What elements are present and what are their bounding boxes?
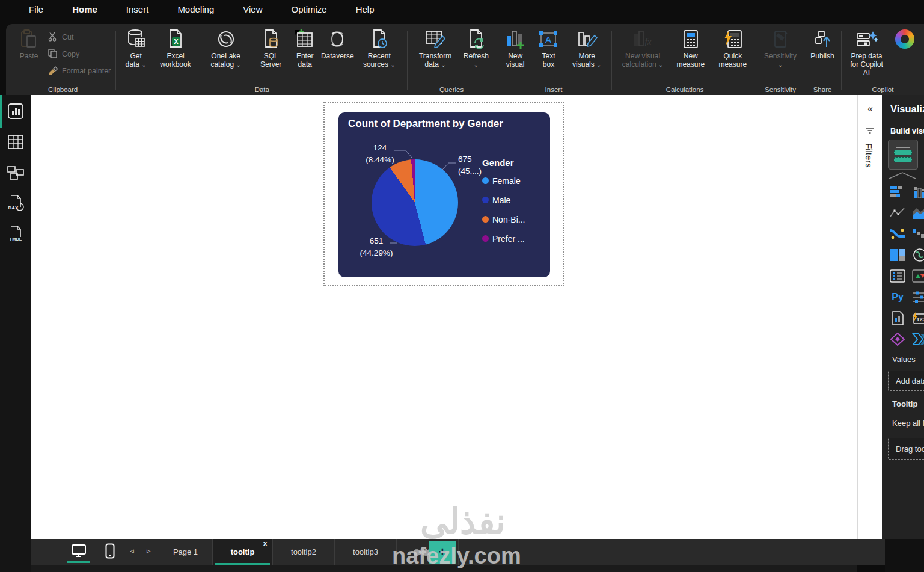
sidebar-model-view[interactable] xyxy=(7,165,25,183)
menu-file[interactable]: File xyxy=(14,0,58,18)
more-visuals-button[interactable]: More visuals ⌄ xyxy=(564,26,609,71)
copilot-logo-button[interactable] xyxy=(889,26,921,54)
page-tab-tooltip[interactable]: tooltipx xyxy=(213,539,273,565)
copy-button[interactable]: Copy xyxy=(45,47,113,61)
gallery-power-automate-icon[interactable] xyxy=(910,330,924,348)
sidebar-table-view[interactable] xyxy=(7,134,25,152)
gallery-paginated-report-icon[interactable] xyxy=(888,309,907,327)
panel-divider xyxy=(882,179,924,179)
gallery-waterfall-chart-icon[interactable] xyxy=(910,225,924,243)
dataverse-button[interactable]: Dataverse xyxy=(321,26,353,63)
table-view-icon xyxy=(7,134,24,153)
sidebar-tmdl-view[interactable]: TMDL xyxy=(7,226,25,244)
svg-text:X: X xyxy=(174,38,179,45)
gallery-kpi-icon[interactable] xyxy=(910,267,924,285)
gallery-stacked-column-chart-icon[interactable] xyxy=(910,183,924,201)
transform-data-button[interactable]: Transform data ⌄ xyxy=(411,26,460,71)
expand-filters-icon[interactable]: « xyxy=(858,103,883,114)
legend-item[interactable]: Male xyxy=(482,194,525,206)
values-section-label: Values xyxy=(892,355,916,364)
enter-data-button[interactable]: Enter data xyxy=(289,26,321,71)
ribbon-group-label: Clipboard xyxy=(10,86,116,93)
gallery-line-chart-icon[interactable] xyxy=(888,204,907,222)
excel-workbook-button[interactable]: XExcel workbook xyxy=(153,26,198,71)
view-sidebar: DAXTMDL xyxy=(0,95,31,572)
active-tab-underline xyxy=(215,563,270,565)
menu-insert[interactable]: Insert xyxy=(112,0,164,18)
report-view-icon xyxy=(7,103,24,122)
visualizations-title: Visualizations xyxy=(890,103,924,115)
page-tab-tooltip3[interactable]: tooltip3 xyxy=(335,539,397,565)
dropdown-caret-icon: ⌄ xyxy=(596,61,601,68)
sensitivity-button[interactable]: Sensitivity ⌄ xyxy=(760,26,800,71)
new-measure-icon xyxy=(682,29,700,52)
publish-button[interactable]: Publish xyxy=(806,26,839,63)
menu-home[interactable]: Home xyxy=(58,0,112,18)
filters-pane-label: Filters xyxy=(864,143,874,168)
dropdown-caret-icon: ⌄ xyxy=(236,61,240,68)
prep-data-for-copilot-ai-button[interactable]: Prep data for Copilot AI xyxy=(845,26,889,79)
gallery-python-visual-icon[interactable]: Py xyxy=(888,288,907,306)
more-visuals-icon xyxy=(576,29,598,52)
sql-server-button[interactable]: SQL Server xyxy=(253,26,289,71)
onelake-catalog-button[interactable]: OneLake catalog ⌄ xyxy=(198,26,253,71)
tooltip-field-well[interactable]: Drag tooltip fields here xyxy=(888,438,924,460)
bottom-right-filler xyxy=(885,539,924,572)
ribbon-group-share: PublishShare xyxy=(803,26,842,95)
gallery-map-icon[interactable] xyxy=(910,246,924,264)
new-visual-calculation-button[interactable]: fxNew visual calculation ⌄ xyxy=(615,26,670,71)
new-measure-button[interactable]: New measure xyxy=(670,26,711,71)
pie-chart[interactable] xyxy=(372,159,458,246)
selected-visual-type-button[interactable] xyxy=(888,140,918,170)
text-box-button[interactable]: AText box xyxy=(532,26,564,71)
filters-pane-collapsed[interactable]: « Filters xyxy=(857,95,883,539)
format-painter-button[interactable]: Format painter xyxy=(45,64,113,78)
get-data-button[interactable]: Get data ⌄ xyxy=(119,26,153,71)
copilot-logo-icon xyxy=(895,29,914,51)
menu-modeling[interactable]: Modeling xyxy=(163,0,228,18)
model-view-icon xyxy=(7,164,25,183)
dropdown-caret-icon: ⌄ xyxy=(778,61,783,68)
recent-sources-button[interactable]: Recent sources ⌄ xyxy=(353,26,405,71)
mobile-view-button[interactable] xyxy=(99,541,121,561)
cut-button[interactable]: Cut xyxy=(45,30,113,45)
quick-measure-button[interactable]: Quick measure xyxy=(711,26,755,71)
prev-page-arrow[interactable]: ◃ xyxy=(130,546,134,555)
sidebar-dax-query-view[interactable]: DAX xyxy=(7,195,25,214)
dropdown-caret-icon: ⌄ xyxy=(474,61,479,68)
sidebar-report-view[interactable] xyxy=(7,103,25,121)
gallery-slicer-icon[interactable] xyxy=(910,288,924,306)
refresh-button[interactable]: Refresh ⌄ xyxy=(460,26,492,71)
gallery-card-visual-icon[interactable]: 123 xyxy=(910,309,924,327)
desktop-view-button[interactable] xyxy=(67,541,90,561)
dropdown-caret-icon: ⌄ xyxy=(441,61,445,68)
add-data-field-well[interactable]: Add data fields here xyxy=(888,371,924,391)
next-page-arrow[interactable]: ▹ xyxy=(147,546,151,555)
legend-swatch xyxy=(482,197,489,203)
paste-button[interactable]: Paste xyxy=(13,26,45,63)
new-visual-button[interactable]: New visual xyxy=(498,26,533,71)
page-tab-page-1[interactable]: Page 1 xyxy=(159,539,213,565)
close-tab-icon[interactable]: x xyxy=(263,540,267,547)
refresh-icon xyxy=(467,29,486,52)
pie-chart-visual[interactable]: Count of Department by Gender 124(8.44%)… xyxy=(338,112,550,277)
gallery-area-chart-icon[interactable] xyxy=(910,204,924,222)
ribbon-group-insert: New visualAText boxMore visuals ⌄Insert xyxy=(495,26,612,95)
ribbon-group-data: Get data ⌄XExcel workbookOneLake catalog… xyxy=(116,26,408,95)
gallery-stacked-bar-chart-icon[interactable] xyxy=(888,183,907,201)
build-visual-label: Build visual xyxy=(890,126,924,135)
gallery-power-apps-icon[interactable] xyxy=(888,330,907,348)
gallery-multi-row-card-icon[interactable] xyxy=(888,267,907,285)
legend-item[interactable]: Non-Bi... xyxy=(482,213,525,226)
menu-view[interactable]: View xyxy=(228,0,277,18)
menu-help[interactable]: Help xyxy=(341,0,389,18)
format-painter-icon xyxy=(47,65,58,77)
page-tab-tooltip2[interactable]: tooltip2 xyxy=(273,539,335,565)
legend-item[interactable]: Prefer ... xyxy=(482,232,525,245)
legend-item[interactable]: Female xyxy=(482,174,525,187)
gallery-treemap-icon[interactable] xyxy=(888,246,907,264)
gallery-ribbon-chart-icon[interactable] xyxy=(888,225,907,243)
dropdown-caret-icon: ⌄ xyxy=(141,61,146,68)
ribbon-group-label: Sensitivity xyxy=(757,86,803,93)
menu-optimize[interactable]: Optimize xyxy=(277,0,341,18)
